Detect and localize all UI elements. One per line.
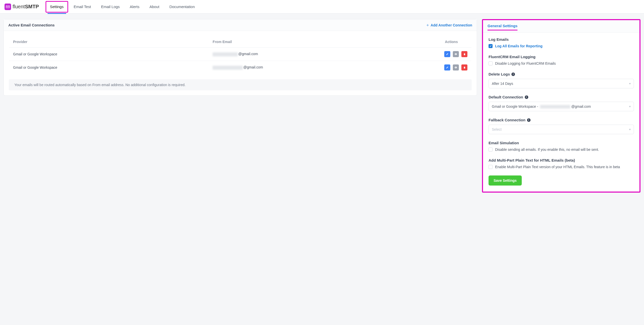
view-button[interactable] bbox=[453, 51, 459, 57]
chevron-down-icon: ▾ bbox=[629, 105, 631, 108]
connections-header: Active Email Connections Add Another Con… bbox=[4, 19, 477, 31]
delete-button[interactable] bbox=[461, 64, 467, 70]
delete-logs-heading-text: Delete Logs bbox=[489, 72, 510, 76]
col-actions: Actions bbox=[431, 36, 472, 48]
tab-label: Email Logs bbox=[101, 5, 120, 9]
col-provider: Provider bbox=[9, 36, 209, 48]
tab-alerts[interactable]: Alerts bbox=[125, 0, 144, 14]
brand-logo: fluentSMTP bbox=[5, 4, 39, 10]
checkbox-icon bbox=[489, 148, 493, 152]
cell-provider: Gmail or Google Workspace bbox=[9, 48, 209, 61]
tab-label: Alerts bbox=[130, 5, 139, 9]
redacted-text bbox=[540, 105, 570, 109]
fallback-conn-placeholder: Select bbox=[492, 127, 502, 131]
cell-email: @gmail.com bbox=[209, 61, 431, 74]
connections-panel: Active Email Connections Add Another Con… bbox=[4, 19, 477, 96]
tab-settings[interactable]: Settings bbox=[45, 0, 69, 14]
nav-tabs: Settings Email Test Email Logs Alerts Ab… bbox=[45, 0, 200, 14]
tab-about[interactable]: About bbox=[144, 0, 164, 14]
delete-logs-value: After 14 Days bbox=[492, 82, 513, 86]
cell-email-suffix: @gmail.com bbox=[238, 52, 258, 56]
edit-button[interactable] bbox=[444, 64, 450, 70]
delete-logs-heading: Delete Logs i bbox=[489, 72, 634, 76]
brand-text: fluentSMTP bbox=[13, 4, 39, 10]
default-conn-select[interactable]: Gmail or Google Workspace - @gmail.com ▾ bbox=[489, 102, 634, 111]
default-conn-value: Gmail or Google Workspace - @gmail.com bbox=[492, 104, 591, 109]
delete-button[interactable] bbox=[461, 51, 467, 57]
cell-actions bbox=[431, 48, 472, 61]
col-from-email: From Email bbox=[209, 36, 431, 48]
multipart-heading: Add Multi-Part Plain Text for HTML Email… bbox=[489, 158, 634, 162]
fallback-conn-heading: Fallback Connection i bbox=[489, 118, 634, 122]
simulation-heading: Email Simulation bbox=[489, 141, 634, 145]
redacted-text bbox=[213, 52, 238, 56]
info-icon[interactable]: i bbox=[527, 118, 531, 122]
tab-email-logs[interactable]: Email Logs bbox=[96, 0, 125, 14]
connections-table: Provider From Email Actions Gmail or Goo… bbox=[9, 36, 472, 74]
save-settings-button[interactable]: Save Settings bbox=[489, 175, 522, 186]
checkbox-icon bbox=[489, 61, 493, 65]
tab-email-test[interactable]: Email Test bbox=[69, 0, 96, 14]
setting-delete-logs: Delete Logs i After 14 Days ▾ bbox=[489, 72, 634, 88]
edit-button[interactable] bbox=[444, 51, 450, 57]
default-conn-heading: Default Connection i bbox=[489, 95, 634, 99]
info-icon[interactable]: i bbox=[525, 95, 528, 99]
connections-title: Active Email Connections bbox=[8, 23, 55, 27]
tab-label: Settings bbox=[50, 5, 64, 9]
setting-fallback-connection: Fallback Connection i Select ▾ bbox=[489, 118, 634, 134]
tab-label: Email Test bbox=[74, 5, 91, 9]
topbar: fluentSMTP Settings Email Test Email Log… bbox=[0, 0, 644, 14]
page-content: Active Email Connections Add Another Con… bbox=[0, 14, 644, 198]
fallback-conn-heading-text: Fallback Connection bbox=[489, 118, 526, 122]
cell-provider: Gmail or Google Workspace bbox=[9, 61, 209, 74]
log-emails-checkbox-row[interactable]: Log All Emails for Reporting bbox=[489, 44, 634, 48]
simulation-checkbox-label: Disable sending all emails. If you enabl… bbox=[495, 148, 599, 152]
add-connection-label: Add Another Connection bbox=[431, 23, 472, 27]
default-conn-heading-text: Default Connection bbox=[489, 95, 523, 99]
setting-multipart: Add Multi-Part Plain Text for HTML Email… bbox=[489, 158, 634, 169]
fluentcrm-checkbox-row[interactable]: Disable Logging for FluentCRM Emails bbox=[489, 61, 634, 65]
brand-icon bbox=[5, 4, 11, 10]
simulation-checkbox-row[interactable]: Disable sending all emails. If you enabl… bbox=[489, 148, 634, 152]
table-row: Gmail or Google Workspace @gmail.com bbox=[9, 61, 472, 74]
cell-email-suffix: @gmail.com bbox=[243, 65, 263, 69]
multipart-checkbox-row[interactable]: Enable Multi-Part Plain Text version of … bbox=[489, 165, 634, 169]
fallback-conn-select[interactable]: Select ▾ bbox=[489, 125, 634, 134]
redacted-text bbox=[213, 66, 243, 70]
add-connection-button[interactable]: Add Another Connection bbox=[426, 23, 472, 27]
log-emails-heading: Log Emails bbox=[489, 37, 634, 42]
table-row: Gmail or Google Workspace @gmail.com bbox=[9, 48, 472, 61]
chevron-down-icon: ▾ bbox=[629, 82, 631, 85]
tab-label: Documentation bbox=[169, 5, 195, 9]
checkbox-icon bbox=[489, 165, 493, 169]
cell-actions bbox=[431, 61, 472, 74]
general-settings-panel: General Settings Log Emails Log All Emai… bbox=[482, 19, 640, 193]
fluentcrm-checkbox-label: Disable Logging for FluentCRM Emails bbox=[495, 61, 556, 65]
default-conn-suffix: @gmail.com bbox=[571, 104, 591, 109]
general-body: Log Emails Log All Emails for Reporting … bbox=[483, 33, 639, 192]
view-button[interactable] bbox=[453, 64, 459, 70]
log-emails-checkbox-label: Log All Emails for Reporting bbox=[495, 44, 543, 48]
cell-email: @gmail.com bbox=[209, 48, 431, 61]
general-title: General Settings bbox=[488, 24, 517, 29]
multipart-checkbox-label: Enable Multi-Part Plain Text version of … bbox=[495, 165, 620, 169]
info-icon[interactable]: i bbox=[511, 73, 515, 76]
connections-table-wrap: Provider From Email Actions Gmail or Goo… bbox=[4, 31, 477, 79]
setting-default-connection: Default Connection i Gmail or Google Wor… bbox=[489, 95, 634, 111]
setting-log-emails: Log Emails Log All Emails for Reporting bbox=[489, 37, 634, 48]
chevron-down-icon: ▾ bbox=[629, 128, 631, 131]
setting-email-simulation: Email Simulation Disable sending all ema… bbox=[489, 141, 634, 152]
tab-documentation[interactable]: Documentation bbox=[164, 0, 200, 14]
delete-logs-select[interactable]: After 14 Days ▾ bbox=[489, 79, 634, 88]
general-header: General Settings bbox=[483, 20, 639, 33]
default-conn-prefix: Gmail or Google Workspace - bbox=[492, 104, 539, 109]
setting-fluentcrm-logging: FluentCRM Email Logging Disable Logging … bbox=[489, 55, 634, 65]
routing-note: Your emails will be routed automatically… bbox=[9, 79, 472, 90]
tab-label: About bbox=[149, 5, 159, 9]
fluentcrm-heading: FluentCRM Email Logging bbox=[489, 55, 634, 59]
plus-icon bbox=[426, 24, 429, 27]
checkbox-icon bbox=[489, 44, 493, 48]
